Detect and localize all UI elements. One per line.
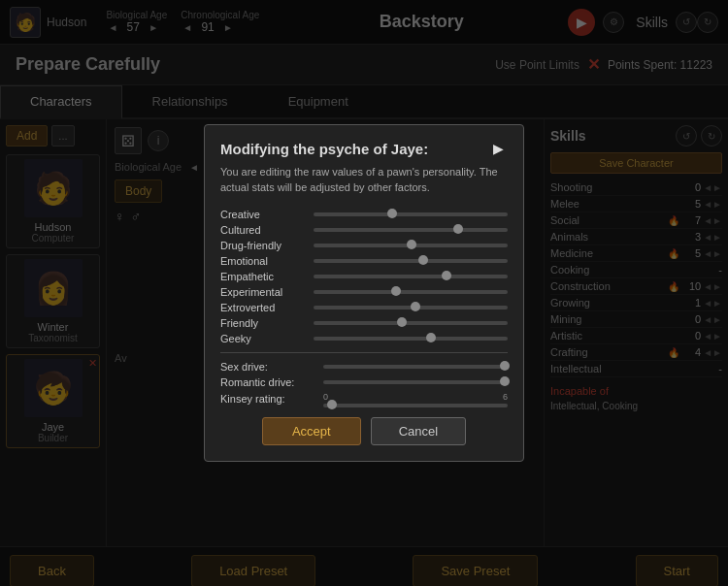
kinsey-max: 6: [503, 392, 508, 402]
romantic-drive-label: Romantic drive:: [220, 376, 317, 388]
kinsey-label: Kinsey rating:: [220, 393, 317, 405]
trait-creative: Creative: [220, 209, 508, 220]
traits-list: Creative Cultured Drug-friendly Emotiona…: [220, 209, 508, 344]
kinsey-slider[interactable]: [323, 404, 508, 407]
empathetic-thumb: [442, 271, 451, 280]
friendly-slider[interactable]: [314, 321, 508, 325]
kinsey-thumb: [327, 400, 337, 409]
creative-thumb: [387, 209, 397, 218]
trait-friendly: Friendly: [220, 317, 508, 329]
kinsey-numbers: 0 6: [323, 392, 508, 402]
friendly-thumb: [397, 317, 407, 327]
trait-drug-friendly: Drug-friendly: [220, 240, 508, 251]
romantic-drive-slider[interactable]: [323, 380, 508, 384]
trait-geeky: Geeky: [220, 333, 508, 344]
trait-extroverted: Extroverted: [220, 302, 508, 313]
trait-empathetic: Empathetic: [220, 271, 508, 282]
experimental-slider[interactable]: [314, 290, 508, 294]
psyche-modal: Modifying the psyche of Jaye: ▶ You are …: [204, 124, 524, 462]
modal-description: You are editing the raw values of a pawn…: [220, 165, 508, 195]
sex-drive-thumb: [500, 361, 510, 371]
extroverted-slider[interactable]: [314, 306, 508, 309]
creative-slider[interactable]: [314, 212, 508, 216]
emotional-slider[interactable]: [314, 259, 508, 263]
emotional-thumb: [418, 255, 428, 265]
empathetic-slider[interactable]: [314, 275, 508, 278]
sex-drive-row: Sex drive:: [220, 361, 508, 373]
extroverted-thumb: [411, 302, 420, 311]
trait-experimental: Experimental: [220, 286, 508, 298]
drug-friendly-thumb: [407, 240, 416, 249]
kinsey-min: 0: [323, 392, 328, 402]
experimental-thumb: [391, 286, 401, 296]
cancel-button[interactable]: Cancel: [371, 417, 466, 445]
sex-drive-label: Sex drive:: [220, 361, 317, 373]
geeky-thumb: [426, 333, 436, 342]
geeky-slider[interactable]: [314, 337, 508, 341]
drug-friendly-slider[interactable]: [314, 244, 508, 247]
modal-overlay: Modifying the psyche of Jaye: ▶ You are …: [0, 0, 728, 586]
kinsey-track: 0 6: [323, 392, 508, 406]
cultured-slider[interactable]: [314, 228, 508, 232]
accept-button[interactable]: Accept: [262, 417, 361, 445]
trait-emotional: Emotional: [220, 255, 508, 267]
modal-actions: Accept Cancel: [220, 417, 508, 445]
modal-title: Modifying the psyche of Jaye:: [220, 141, 508, 157]
kinsey-rating-row: Kinsey rating: 0 6: [220, 392, 508, 406]
modal-arrow-icon: ▶: [493, 141, 504, 156]
sex-drive-slider[interactable]: [323, 365, 508, 369]
romantic-drive-row: Romantic drive:: [220, 376, 508, 388]
modal-divider: [220, 352, 508, 353]
trait-cultured: Cultured: [220, 224, 508, 236]
romantic-drive-thumb: [500, 376, 510, 386]
cultured-thumb: [453, 224, 463, 234]
